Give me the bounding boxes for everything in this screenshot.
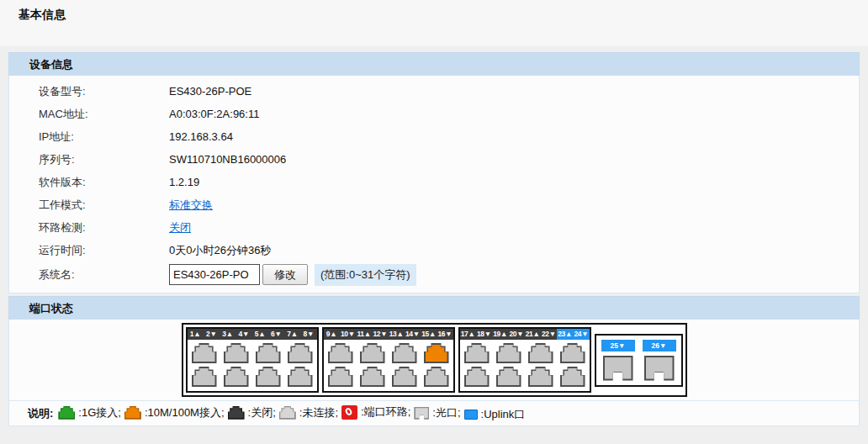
port-9-icon[interactable] [328,343,353,363]
port-1-icon[interactable] [192,343,217,363]
port-21-fill [530,345,552,362]
modify-button[interactable]: 修改 [262,264,308,285]
port-header-8: 8▼ [300,329,316,340]
loop-detect-link[interactable]: 关闭 [169,220,191,235]
field-value: SW110710NB16000006 [169,153,286,166]
port-17-icon[interactable] [464,343,490,363]
port-23-icon[interactable] [560,343,585,363]
work-mode-link[interactable]: 标准交换 [169,198,213,213]
port-status-body: 1▲2▼3▲4▼5▲6▼7▲8▼9▲10▼11▲12▼13▲14▼15▲16▼1… [8,320,860,426]
port-9-fill [330,345,352,362]
port-3-icon[interactable] [224,343,249,363]
port-header-2: 2▼ [204,329,220,340]
loop-icon [341,405,357,420]
legend-item: :端口环路; [341,404,410,420]
port-5-icon[interactable] [256,343,281,363]
port-14-fill [394,368,415,385]
legend-item-text: :端口环路; [361,404,410,420]
port-header-17: 17▲ [460,329,476,340]
legend-item-text: :10M/100M接入; [145,405,225,420]
port-header-11: 11▲ [356,329,372,340]
top-strip [0,0,868,46]
row-software-version: 软件版本: 1.2.19 [9,171,859,193]
port-header-26: 26▼ [643,340,676,352]
legend-item-text: :光口; [432,405,460,420]
port-25-icon[interactable] [603,356,633,381]
legend-item-text: :1G接入; [78,405,121,420]
port-11-fill [362,345,384,362]
port-group-3: 17▲18▼19▲20▼21▲22▼23▲24▼ [458,327,591,393]
port-14-icon[interactable] [392,367,417,387]
field-label: 工作模式: [39,198,169,213]
port-header-25: 25▼ [601,340,635,352]
port-header-16: 16▼ [437,329,453,340]
port-26-icon[interactable] [644,356,675,381]
port-12-icon[interactable] [360,367,385,387]
fiber-port-group: 25▼26▼ [595,334,683,387]
field-label: 软件版本: [39,175,169,190]
field-label: 序列号: [39,152,169,167]
legend-item: :光口; [414,405,460,420]
field-value: 192.168.3.64 [169,130,233,143]
port-7-fill [289,345,311,362]
field-label: 设备型号: [39,84,169,99]
port-4-icon[interactable] [224,367,249,387]
port-header-5: 5▲ [252,329,268,340]
port-7-icon[interactable] [288,343,313,363]
field-value: 1.2.19 [169,176,199,188]
port-21-icon[interactable] [528,343,553,363]
legend-item: :Uplink口 [464,407,526,422]
page-title: 基本信息 [19,8,66,23]
fiber-port-icon [414,407,429,420]
row-work-mode: 工作模式: 标准交换 [9,193,859,216]
port-group-1-header: 1▲2▼3▲4▼5▲6▼7▲8▼ [188,329,317,340]
port-19-icon[interactable] [496,343,521,363]
port-24-fill [562,368,584,385]
system-name-input[interactable] [169,264,260,285]
port-group-2: 9▲10▼11▲12▼13▲14▼15▲16▼ [322,327,455,393]
port-22-icon[interactable] [528,367,553,387]
port-16-icon[interactable] [424,367,449,387]
port-8-icon[interactable] [288,367,313,387]
port-24-icon[interactable] [560,367,585,387]
black-port-fill [229,407,243,418]
port-header-18: 18▼ [476,329,492,340]
port-2-icon[interactable] [192,367,217,387]
port-17-fill [466,345,488,362]
port-15-icon[interactable] [424,343,449,363]
port-header-6: 6▼ [268,329,284,340]
port-6-fill [257,368,279,385]
port-25-fill [605,357,632,379]
port-11-icon[interactable] [360,343,385,363]
port-6-icon[interactable] [256,367,281,387]
port-group-3-header: 17▲18▼19▲20▼21▲22▼23▲24▼ [460,329,590,340]
port-16-fill [426,368,447,385]
port-18-fill [466,368,488,385]
field-value: ES430-26P-POE [169,85,251,98]
port-2-fill [193,368,215,385]
port-8-fill [289,368,311,385]
port-10-icon[interactable] [328,367,353,387]
legend-item-text: :Uplink口 [481,407,526,422]
legend-item-text: :关闭; [248,405,276,420]
legend-item: :10M/100M接入; [124,405,225,420]
port-18-icon[interactable] [464,367,490,387]
field-label: 运行时间: [39,243,169,258]
device-info-section: 设备信息 设备型号: ES430-26P-POE MAC地址: A0:03:0F… [8,52,860,293]
port-20-icon[interactable] [496,367,521,387]
port-header-15: 15▲ [421,329,437,340]
legend-item-text: :未连接; [299,405,338,420]
device-info-header: 设备信息 [8,52,860,76]
legend-item: :关闭; [228,405,276,420]
port-group-3-grid [460,340,590,391]
port-header-3: 3▲ [220,329,236,340]
port-group-2-grid [324,340,453,391]
port-group-1: 1▲2▼3▲4▼5▲6▼7▲8▼ [186,327,319,393]
row-loop-detect: 环路检测: 关闭 [9,216,859,239]
port-13-icon[interactable] [392,343,417,363]
port-header-9: 9▲ [324,329,340,340]
port-22-fill [530,368,552,385]
port-status-header: 端口状态 [8,296,860,320]
port-header-24: 24▼ [573,329,589,340]
row-uptime: 运行时间: 0天0小时26分钟36秒 [9,239,859,262]
